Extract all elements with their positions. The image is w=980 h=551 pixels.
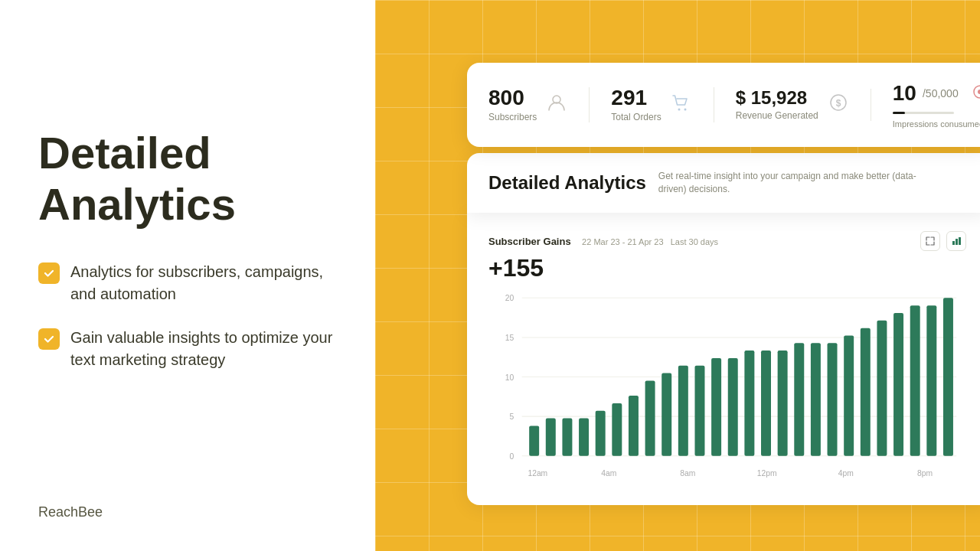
svg-text:12am: 12am: [528, 469, 547, 478]
bar-rect: [645, 380, 655, 455]
svg-rect-9: [959, 237, 961, 245]
svg-text:4pm: 4pm: [838, 469, 854, 478]
analytics-section-title: Detailed Analytics: [488, 172, 646, 194]
svg-text:5: 5: [510, 412, 514, 421]
chart-card: Subscriber Gains 22 Mar 23 - 21 Apr 23 L…: [467, 213, 980, 505]
impressions-number: 10: [893, 81, 916, 106]
bar-rect: [728, 358, 738, 456]
analytics-header-card: Detailed Analytics Get real-time insight…: [467, 153, 980, 213]
svg-text:4am: 4am: [601, 469, 616, 478]
analytics-section-subtitle: Get real-time insight into your campaign…: [658, 170, 919, 196]
revenue-number: $ 15,928: [736, 89, 818, 107]
svg-text:15: 15: [505, 334, 514, 342]
cart-icon: [671, 92, 692, 118]
bar-rect: [678, 366, 688, 456]
bar-rect: [612, 403, 622, 456]
subscribers-label: Subscribers: [488, 112, 537, 122]
list-item: Analytics for subscribers, campaigns, an…: [38, 261, 337, 305]
bar-rect: [662, 373, 671, 456]
svg-text:12pm: 12pm: [757, 469, 777, 478]
feature-text-1: Analytics for subscribers, campaigns, an…: [70, 261, 337, 305]
subscribers-number: 800: [488, 87, 537, 109]
bar-chart-button[interactable]: [946, 231, 966, 251]
chart-total: +155: [488, 254, 966, 282]
bar-rect: [861, 328, 871, 456]
chart-header: Subscriber Gains 22 Mar 23 - 21 Apr 23 L…: [488, 231, 966, 251]
feature-text-2: Gain valuable insights to optimize your …: [70, 327, 337, 371]
stat-subscribers: 800 Subscribers: [488, 87, 590, 122]
bar-rect: [794, 343, 804, 455]
bar-rect: [529, 425, 539, 455]
revenue-label: Revenue Generated: [736, 110, 818, 121]
brand-name: ReachBee: [38, 504, 103, 520]
svg-text:$: $: [835, 98, 841, 109]
stat-impressions: 10 /50,000 Impressions conusumed i: [893, 81, 980, 129]
svg-text:8pm: 8pm: [917, 469, 933, 478]
analytics-header-inner: Detailed Analytics Get real-time insight…: [488, 170, 966, 196]
svg-text:20: 20: [505, 294, 514, 302]
svg-rect-8: [956, 239, 958, 245]
bar-rect: [926, 305, 936, 456]
bar-rect: [562, 419, 572, 456]
money-icon: $: [828, 92, 849, 118]
feature-list: Analytics for subscribers, campaigns, an…: [38, 261, 337, 393]
chart-controls: [920, 231, 966, 251]
orders-number: 291: [611, 87, 661, 109]
left-panel: DetailedAnalytics Analytics for subscrib…: [0, 0, 375, 551]
check-icon-2: [38, 328, 60, 350]
main-title: DetailedAnalytics: [38, 128, 337, 230]
bar-rect: [629, 396, 639, 456]
bar-rect: [744, 350, 754, 456]
svg-point-1: [678, 109, 680, 111]
bar-rect: [910, 305, 920, 456]
bar-rect: [877, 321, 887, 456]
user-icon: [546, 92, 567, 118]
bar-rect: [546, 419, 556, 456]
svg-text:0: 0: [510, 452, 514, 461]
expand-chart-button[interactable]: [920, 231, 940, 251]
svg-text:10: 10: [505, 373, 514, 382]
bar-rect: [761, 350, 771, 456]
impressions-total: /50,000: [923, 87, 959, 99]
bar-rect: [596, 411, 606, 456]
bar-rect: [711, 358, 721, 456]
bar-chart-container: 20 15 10 5 0 12am 4am 8am 12pm 4pm 8pm: [488, 290, 966, 487]
bar-rect: [694, 366, 704, 456]
svg-rect-7: [952, 241, 955, 245]
list-item: Gain valuable insights to optimize your …: [38, 327, 337, 371]
bar-chart-svg: 20 15 10 5 0 12am 4am 8am 12pm 4pm 8pm: [488, 290, 966, 487]
impressions-progress-bar: [893, 112, 954, 114]
chart-date-range: 22 Mar 23 - 21 Apr 23 Last 30 days: [582, 237, 718, 246]
chart-title-group: Subscriber Gains 22 Mar 23 - 21 Apr 23 L…: [488, 234, 718, 248]
eye-icon: [971, 83, 980, 104]
impressions-bar-fill: [893, 112, 905, 114]
bar-rect: [844, 335, 854, 455]
impressions-label: Impressions conusumed i: [893, 119, 980, 129]
bar-rect: [943, 298, 953, 455]
right-panel: 800 Subscribers 291 Total Orders: [375, 0, 980, 551]
bar-rect: [811, 343, 821, 455]
stat-revenue: $ 15,928 Revenue Generated $: [736, 89, 871, 121]
chart-title: Subscriber Gains: [488, 236, 571, 247]
impressions-row: 10 /50,000: [893, 81, 980, 106]
stats-card: 800 Subscribers 291 Total Orders: [467, 63, 980, 147]
bar-rect: [778, 350, 788, 456]
bar-rect: [828, 343, 838, 455]
bar-rect: [893, 313, 903, 456]
bar-rect: [579, 419, 589, 456]
svg-text:8am: 8am: [680, 469, 695, 478]
stat-orders: 291 Total Orders: [611, 87, 714, 122]
check-icon-1: [38, 262, 60, 284]
orders-label: Total Orders: [611, 112, 661, 122]
svg-point-2: [684, 109, 686, 111]
